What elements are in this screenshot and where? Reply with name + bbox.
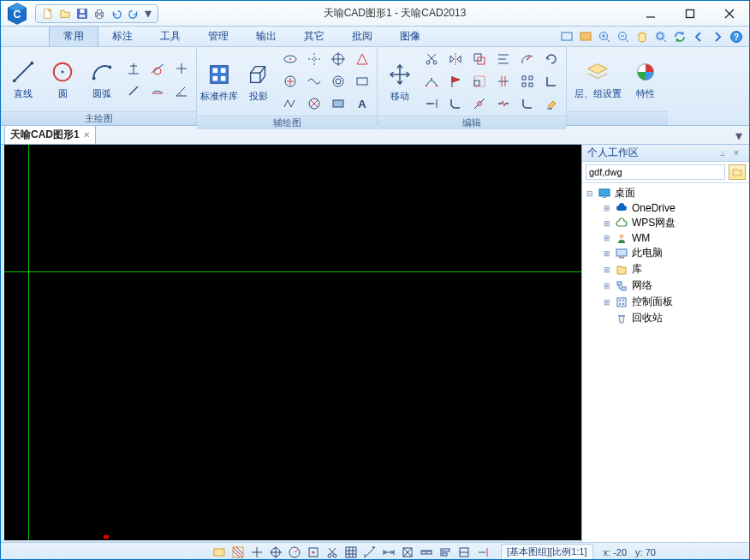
status-hatch-icon[interactable] <box>230 545 246 560</box>
side-search-input[interactable] <box>586 164 725 180</box>
snap-point-icon[interactable] <box>468 93 491 114</box>
pan-hand-icon[interactable] <box>634 29 650 45</box>
status-align-icon[interactable] <box>438 545 453 560</box>
offset-rect-icon[interactable] <box>468 49 491 69</box>
status-dim-icon[interactable] <box>381 545 396 560</box>
tab-image[interactable]: 图像 <box>386 27 434 46</box>
close-button[interactable] <box>710 2 749 26</box>
status-measure-icon[interactable] <box>362 545 378 560</box>
refresh-icon[interactable] <box>672 29 688 45</box>
maximize-button[interactable] <box>670 2 710 26</box>
stdlib-button[interactable]: 标准件库 <box>200 59 238 104</box>
tab-common[interactable]: 常用 <box>49 26 98 46</box>
zoom-window-icon[interactable] <box>653 29 669 45</box>
tree-root-desktop[interactable]: ⊟ 桌面 <box>582 185 749 201</box>
tree-expand-icon[interactable]: ⊞ <box>603 249 611 258</box>
triangle-icon[interactable] <box>351 49 373 69</box>
status-ruler-icon[interactable] <box>419 545 434 560</box>
tab-tools[interactable]: 工具 <box>146 27 194 46</box>
nav-forward-icon[interactable] <box>710 29 725 45</box>
tree-item-wps[interactable]: ⊞WPS网盘 <box>599 215 749 231</box>
arc-button[interactable]: 圆弧 <box>83 57 121 102</box>
break-icon[interactable] <box>492 93 515 114</box>
tree-expand-icon[interactable]: ⊞ <box>603 282 611 290</box>
ellipse-icon[interactable] <box>279 49 301 69</box>
tree-expand-icon[interactable]: ⊞ <box>603 265 611 274</box>
text-a-icon[interactable]: A <box>351 93 373 114</box>
ring-icon[interactable] <box>327 71 349 92</box>
rotate-icon[interactable] <box>540 49 562 69</box>
scissors-icon[interactable] <box>420 49 443 69</box>
status-end-icon[interactable] <box>475 545 491 560</box>
qat-undo-icon[interactable] <box>110 7 123 21</box>
circle-button[interactable]: 圆 <box>44 57 81 102</box>
line-button[interactable]: 直线 <box>4 57 42 102</box>
tree-item-control-panel[interactable]: ⊞控制面板 <box>599 294 749 310</box>
rect-tool-icon[interactable] <box>351 71 373 92</box>
layer-settings-button[interactable]: 层、组设置 <box>570 57 625 102</box>
tree-expand-icon[interactable]: ⊞ <box>603 219 611 228</box>
app-menu-button[interactable]: C <box>1 1 33 27</box>
qat-redo-icon[interactable] <box>127 7 140 21</box>
status-layer-icon[interactable] <box>211 545 227 560</box>
status-polar-icon[interactable] <box>287 545 302 560</box>
help-icon[interactable]: ? <box>729 29 744 45</box>
zoom-in-icon[interactable] <box>597 29 612 45</box>
tree-item-recycle-bin[interactable]: 回收站 <box>599 310 749 326</box>
tree-item-onedrive[interactable]: ⊞OneDrive <box>599 201 749 215</box>
tab-annotate[interactable]: 标注 <box>98 27 146 46</box>
zigzag-icon[interactable] <box>279 93 301 114</box>
tangent-line-icon[interactable] <box>146 58 169 79</box>
cross-circle-icon[interactable] <box>303 93 325 114</box>
nav-back-icon[interactable] <box>691 29 706 45</box>
move-button[interactable]: 移动 <box>381 59 419 104</box>
qat-customize-dropdown[interactable]: ▾ <box>144 7 152 21</box>
qat-open-icon[interactable] <box>58 7 72 21</box>
slash-line-icon[interactable] <box>122 80 145 101</box>
ortho-dash-icon[interactable] <box>303 49 325 69</box>
projection-button[interactable]: 投影 <box>240 59 277 104</box>
qat-new-icon[interactable] <box>41 7 55 21</box>
angle-line-icon[interactable] <box>170 80 193 101</box>
tab-review[interactable]: 批阅 <box>338 27 386 46</box>
node-edit-icon[interactable] <box>420 71 443 92</box>
tree-expand-icon[interactable]: ⊞ <box>603 298 611 307</box>
status-group-scale[interactable]: [基本图组][比例1:1] <box>501 544 593 560</box>
tree-item-network[interactable]: ⊞网络 <box>599 277 749 294</box>
minimize-button[interactable] <box>631 2 670 26</box>
tree-collapse-icon[interactable]: ⊟ <box>586 189 594 198</box>
ortho-line-icon[interactable] <box>170 58 193 79</box>
screen-rect-icon[interactable] <box>559 29 574 45</box>
wave-icon[interactable] <box>303 71 325 92</box>
plus-circle-icon[interactable] <box>279 71 301 92</box>
status-osnap-icon[interactable] <box>306 545 321 560</box>
status-grid-icon[interactable] <box>343 545 359 560</box>
arc-cut-icon[interactable] <box>516 49 539 69</box>
tree-item-libraries[interactable]: ⊞库 <box>599 261 749 277</box>
side-search-go-button[interactable] <box>729 164 746 180</box>
tree-item-user[interactable]: ⊞WM <box>599 231 749 245</box>
chamfer-icon[interactable] <box>444 93 467 114</box>
rect-fill-icon[interactable] <box>327 93 349 114</box>
qat-print-icon[interactable] <box>92 7 106 21</box>
document-tab[interactable]: 天喻CAD图形1 ✕ <box>4 125 96 144</box>
properties-button[interactable]: 特性 <box>627 57 664 102</box>
flag-icon[interactable] <box>444 71 467 92</box>
screen-fill-icon[interactable] <box>578 29 593 45</box>
align-icon[interactable] <box>492 49 515 69</box>
extend-icon[interactable] <box>420 93 443 114</box>
status-snap-icon[interactable] <box>268 545 283 560</box>
qat-save-icon[interactable] <box>75 7 89 21</box>
tree-item-computer[interactable]: ⊞此电脑 <box>599 245 749 261</box>
array-icon[interactable] <box>516 71 539 92</box>
status-ortho-icon[interactable] <box>249 545 265 560</box>
target-circle-icon[interactable] <box>327 49 349 69</box>
status-cut-icon[interactable] <box>324 545 340 560</box>
document-tab-close-icon[interactable]: ✕ <box>83 130 90 140</box>
mirror-h-icon[interactable] <box>444 49 467 69</box>
erase-icon[interactable] <box>540 93 562 114</box>
side-panel-pin-icon[interactable]: ⟂ <box>720 148 730 158</box>
side-panel-close-icon[interactable]: × <box>734 148 744 158</box>
trim-icon[interactable] <box>492 71 515 92</box>
tree-expand-icon[interactable]: ⊞ <box>603 234 611 242</box>
